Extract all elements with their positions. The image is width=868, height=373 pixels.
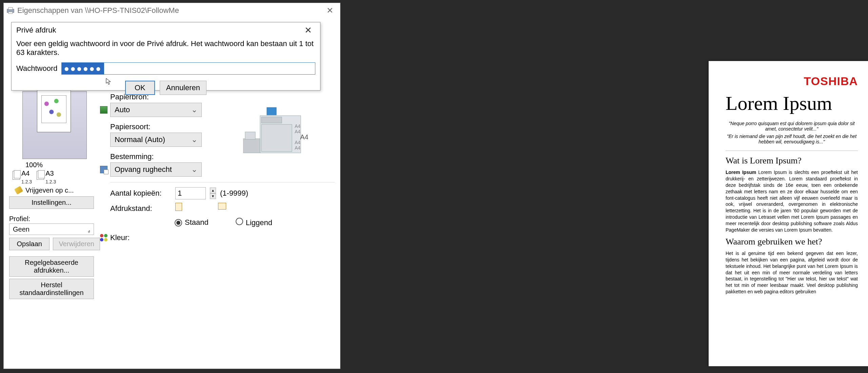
svg-text:A4: A4 — [295, 145, 300, 151]
destination-icon — [100, 166, 107, 173]
portrait-icon — [175, 203, 182, 211]
rule-based-print-button[interactable]: Regelgebaseerde afdrukken... — [9, 256, 94, 277]
paper-size-2: A31.2.3 — [45, 170, 56, 185]
svg-text:A4: A4 — [300, 133, 308, 141]
document-preview: TOSHIBA Lorem Ipsum "Neque porro quisqua… — [709, 61, 868, 366]
svg-rect-7 — [243, 139, 260, 153]
dialog-close-button[interactable]: ✕ — [301, 24, 315, 36]
doc-subheading-1: Wat is Lorem Ipsum? — [726, 156, 858, 166]
release-mode-label: Vrijgeven op c... — [9, 186, 100, 194]
doc-quote-1: "Neque porro quisquam est qui dolorem ip… — [726, 121, 858, 132]
color-label: Kleur: — [110, 233, 171, 242]
restore-defaults-button[interactable]: Herstel standaardinstellingen — [9, 279, 94, 299]
cursor-icon — [106, 78, 112, 85]
copies-label: Aantal kopieën: — [110, 189, 171, 198]
svg-rect-8 — [245, 132, 255, 139]
svg-text:A4: A4 — [295, 123, 300, 129]
copies-spin-up[interactable]: ▲ — [210, 188, 216, 193]
password-label: Wachtwoord — [16, 64, 57, 73]
left-panel: 100% A41.2.3 A31.2.3 Vrijgeven op c... I… — [9, 91, 100, 369]
dialog-message: Voer een geldig wachtwoord in voor de Pr… — [16, 39, 315, 57]
svg-rect-5 — [261, 117, 282, 123]
paper-size-1: A41.2.3 — [21, 170, 32, 185]
svg-text:A4: A4 — [295, 129, 300, 134]
settings-button[interactable]: Instellingen... — [9, 196, 94, 209]
paper-type-dropdown[interactable]: Normaal (Auto)⌄ — [110, 133, 202, 147]
svg-rect-1 — [8, 7, 13, 9]
paper-source-dropdown[interactable]: Auto⌄ — [110, 103, 202, 117]
chevron-down-icon: 𝅍ˬ — [88, 225, 90, 233]
svg-text:A4: A4 — [295, 140, 300, 145]
properties-titlebar[interactable]: Eigenschappen van \\HO-FPS-TNIS02\Follow… — [4, 3, 340, 18]
chevron-down-icon: ⌄ — [191, 105, 197, 114]
brand-logo: TOSHIBA — [726, 75, 858, 88]
window-close-button[interactable]: ✕ — [322, 4, 337, 17]
profile-label: Profiel: — [9, 215, 100, 223]
copies-range: (1-9999) — [220, 189, 248, 198]
chevron-down-icon: ⌄ — [191, 135, 197, 144]
dialog-title: Privé afdruk — [16, 26, 56, 35]
orientation-label: Afdrukstand: — [110, 204, 171, 213]
private-print-dialog: Privé afdruk ✕ Voer een geldig wachtwoor… — [11, 22, 320, 91]
svg-rect-2 — [8, 12, 13, 14]
svg-rect-6 — [261, 124, 292, 152]
destination-dropdown[interactable]: Opvang rughecht⌄ — [110, 162, 202, 177]
landscape-icon — [218, 203, 226, 210]
color-mode-icon — [100, 234, 108, 242]
right-panel: A4 A4 A4 A4 A4 Papierbron: Auto⌄ Papiers… — [100, 91, 335, 369]
printer-icon — [6, 7, 15, 14]
doc-paragraph-1: Lorem Ipsum Lorem Ipsum is slechts een p… — [726, 169, 858, 233]
zoom-level: 100% — [9, 161, 100, 169]
properties-window: Eigenschappen van \\HO-FPS-TNIS02\Follow… — [3, 3, 340, 369]
profile-dropdown[interactable]: Geen 𝅍ˬ — [9, 223, 94, 235]
doc-quote-2: "Er is niemand die van pijn zelf houdt, … — [726, 134, 858, 144]
destination-label: Bestemming: — [110, 152, 335, 161]
profile-value: Geen — [13, 225, 29, 233]
doc-heading: Lorem Ipsum — [726, 92, 858, 115]
copies-spin-down[interactable]: ▼ — [210, 193, 216, 199]
ok-button[interactable]: OK — [125, 81, 155, 95]
delete-profile-button[interactable]: Verwijderen — [53, 238, 100, 250]
cancel-button[interactable]: Annuleren — [160, 81, 206, 95]
save-profile-button[interactable]: Opslaan — [9, 238, 50, 250]
doc-subheading-2: Waarom gebruiken we het? — [726, 237, 858, 247]
page-preview-thumbnail — [22, 91, 87, 159]
password-input[interactable]: ●●●●●● — [61, 62, 315, 75]
copies-input[interactable] — [175, 187, 206, 199]
window-title: Eigenschappen van \\HO-FPS-TNIS02\Follow… — [17, 6, 179, 15]
chevron-down-icon: ⌄ — [191, 165, 197, 174]
tray-icon — [100, 106, 107, 114]
doc-paragraph-2: Het is al geruime tijd een bekend gegeve… — [726, 250, 858, 295]
password-mask: ●●●●●● — [62, 63, 104, 74]
